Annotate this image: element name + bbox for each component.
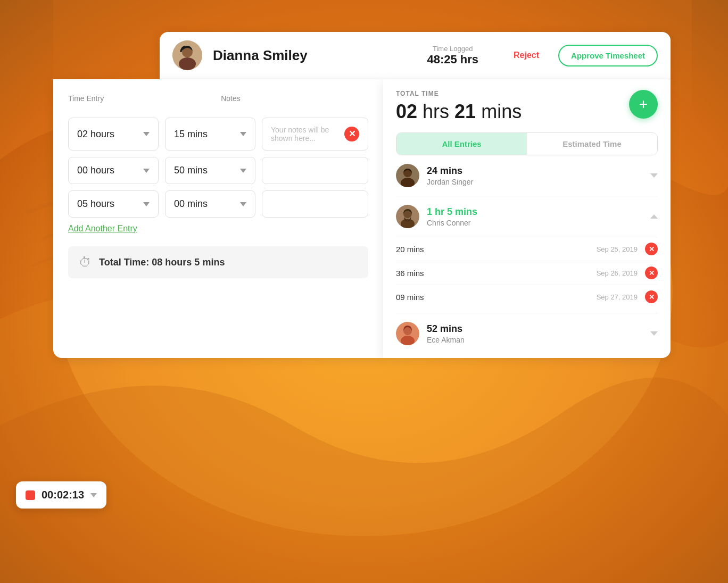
approve-timesheet-button[interactable]: Approve Timesheet [558,45,658,66]
total-time-bar: ⏱ Total Time: 08 hours 5 mins [68,246,368,278]
entry-chris-conner[interactable]: 1 hr 5 mins Chris Conner [383,196,671,237]
tabs-row: All Entries Estimated Time [396,132,658,155]
time-logged-section: Time Logged 48:25 hrs [427,45,478,66]
sub-entry-date-1: Sep 25, 2019 [597,245,638,253]
sub-entry-2: 36 mins Sep 26, 2019 ✕ [396,261,658,285]
chevron-down-icon [650,173,658,178]
chris-name: Chris Conner [427,219,643,227]
chevron-down-icon [240,202,246,206]
chevron-down-icon [650,331,658,336]
chris-sub-entries: 20 mins Sep 25, 2019 ✕ 36 mins Sep 26, 2… [383,237,671,313]
mins-value-3: 00 mins [174,198,208,210]
hours-value-1: 02 hours [77,129,114,140]
entry-ece-akman[interactable]: 52 mins Ece Akman [383,313,671,354]
close-notes-button-1[interactable]: ✕ [344,127,359,141]
total-mins-unit: mins [481,101,522,122]
delete-sub-entry-2[interactable]: ✕ [645,266,658,279]
notes-input-1[interactable]: Your notes will be shown here... ✕ [262,118,368,151]
main-ui: Dianna Smiley Time Logged 48:25 hrs Reje… [53,32,671,358]
sub-entry-date-2: Sep 26, 2019 [597,269,638,277]
total-time-heading: TOTAL TIME [396,90,522,97]
right-panel: TOTAL TIME 02 hrs 21 mins + All Entries … [383,79,671,358]
hours-value-2: 00 hours [77,165,114,176]
total-hrs-unit: hrs [423,101,449,122]
sub-entry-1: 20 mins Sep 25, 2019 ✕ [396,237,658,261]
entry-row-1: 02 hours 15 mins Your notes will be show… [68,118,368,151]
chevron-down-icon [240,132,246,136]
total-time-section: TOTAL TIME 02 hrs 21 mins + [383,79,671,123]
mins-value-1: 15 mins [174,129,208,140]
entry-row-2: 00 hours 50 mins [68,157,368,184]
mins-value-2: 50 mins [174,165,208,176]
timer-value: 00:02:13 [42,489,84,501]
time-entry-label: Time Entry [68,94,104,103]
reject-button[interactable]: Reject [505,46,548,64]
delete-sub-entry-1[interactable]: ✕ [645,243,658,255]
ece-info: 52 mins Ece Akman [427,323,643,344]
ece-name: Ece Akman [427,336,643,344]
sub-entry-time-2: 36 mins [396,269,597,278]
avatar-chris-conner [396,205,419,228]
sub-entry-time-3: 09 mins [396,293,597,302]
chevron-down-icon [143,202,150,206]
notes-input-2[interactable] [262,157,368,184]
stopwatch-icon: ⏱ [79,255,92,270]
hours-value-3: 05 hours [77,198,114,210]
chris-info: 1 hr 5 mins Chris Conner [427,206,643,227]
time-logged-value: 48:25 hrs [427,53,478,66]
svg-point-3 [179,57,196,70]
hours-select-1[interactable]: 02 hours [68,118,159,151]
add-time-button[interactable]: + [629,90,658,119]
timer-chevron-icon[interactable] [90,493,97,497]
chris-time: 1 hr 5 mins [427,206,643,218]
sub-entry-3: 09 mins Sep 27, 2019 ✕ [396,285,658,309]
sub-entry-date-3: Sep 27, 2019 [597,293,638,301]
add-another-entry-link[interactable]: Add Another Entry [68,224,137,234]
mins-select-3[interactable]: 00 mins [165,190,255,218]
mins-select-2[interactable]: 50 mins [165,157,255,184]
panels-row: Time Entry Notes 02 hours 15 mins Your n… [53,79,671,358]
left-panel: Time Entry Notes 02 hours 15 mins Your n… [53,79,383,358]
notes-input-3[interactable] [262,190,368,218]
entry-row-3: 05 hours 00 mins [68,190,368,218]
tab-all-entries[interactable]: All Entries [396,133,527,155]
chevron-down-icon [240,169,246,173]
time-logged-label: Time Logged [427,45,478,53]
avatar [172,40,202,70]
chevron-up-icon [650,214,658,219]
entry-jordan-singer[interactable]: 24 mins Jordan Singer [383,155,671,196]
total-mins-value: 21 [454,101,476,122]
total-time-display: 02 hrs 21 mins [396,101,522,123]
avatar-jordan-singer [396,164,419,187]
chevron-down-icon [143,132,150,136]
user-name: Dianna Smiley [213,47,416,64]
notes-placeholder-1: Your notes will be shown here... [271,126,344,143]
jordan-info: 24 mins Jordan Singer [427,165,643,186]
entries-list: 24 mins Jordan Singer [383,155,671,358]
jordan-name: Jordan Singer [427,178,643,186]
total-hrs-value: 02 [396,101,417,122]
delete-sub-entry-3[interactable]: ✕ [645,290,658,303]
hours-select-3[interactable]: 05 hours [68,190,159,218]
record-indicator [26,490,35,500]
avatar-ece-akman [396,322,419,345]
sub-entry-time-1: 20 mins [396,245,597,254]
header-bar: Dianna Smiley Time Logged 48:25 hrs Reje… [160,32,671,79]
total-time-info: TOTAL TIME 02 hrs 21 mins [396,90,522,123]
notes-label: Notes [221,94,241,103]
hours-select-2[interactable]: 00 hours [68,157,159,184]
ece-time: 52 mins [427,323,643,335]
timer-widget: 00:02:13 [16,481,106,509]
total-time-text: Total Time: 08 hours 5 mins [99,257,225,268]
chevron-down-icon [143,169,150,173]
mins-select-1[interactable]: 15 mins [165,118,255,151]
tab-estimated-time[interactable]: Estimated Time [527,133,657,155]
jordan-time: 24 mins [427,165,643,177]
